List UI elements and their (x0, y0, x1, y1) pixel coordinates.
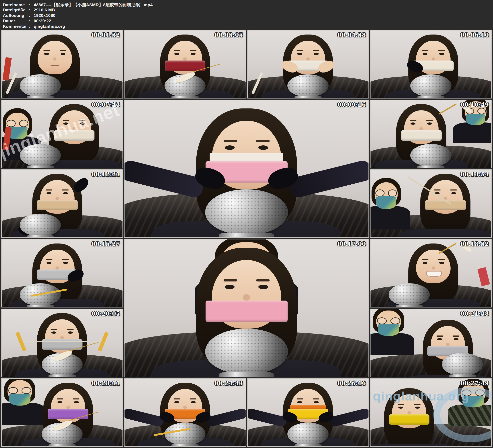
microphone (205, 329, 288, 377)
timestamp-overlay: 00:26:16 (337, 380, 366, 386)
eyebrow (450, 190, 457, 191)
microphone (410, 74, 451, 99)
microphone-ball (287, 74, 328, 97)
video-thumbnail: 00:17:00 (124, 239, 369, 377)
eyebrow (438, 259, 445, 260)
microphone (442, 353, 483, 377)
microphone-base (49, 374, 76, 377)
face-mask (376, 196, 396, 209)
video-thumbnail: 00:15:27 (1, 239, 123, 307)
glasses-lens (477, 108, 486, 114)
microphone (20, 74, 61, 99)
video-thumbnail: 00:06:10 (370, 30, 492, 99)
eyebrow (73, 398, 79, 400)
eye (74, 401, 79, 403)
video-thumbnail: 00:26:16 (247, 378, 369, 447)
eye (46, 262, 51, 264)
timestamp-overlay: 00:10:49 (460, 101, 489, 108)
nose (183, 57, 187, 60)
timestamp-overlay: 00:06:10 (460, 32, 489, 38)
metadata-separator: : (29, 2, 34, 7)
glasses-lens (391, 317, 400, 324)
metadata-separator: : (29, 19, 34, 23)
microphone-ball (442, 353, 483, 376)
microphone-base (27, 96, 54, 99)
nose (419, 127, 423, 130)
timestamp-overlay: 00:13:54 (460, 171, 489, 178)
eye (63, 192, 68, 194)
microphone (287, 423, 328, 447)
mouth-tape (37, 200, 78, 210)
nose (243, 294, 250, 300)
metadata-label: Dauer (3, 19, 29, 23)
eyebrow (67, 329, 73, 330)
eyebrow (453, 336, 459, 337)
nose (56, 197, 59, 200)
video-thumbnail: 00:03:05 (124, 30, 246, 99)
timestamp-overlay: 00:21:38 (460, 311, 489, 317)
eyebrow (46, 259, 52, 260)
eye (44, 53, 49, 55)
eye (437, 338, 442, 340)
eye (61, 53, 66, 55)
video-thumbnail: 00:10:49 (370, 100, 492, 168)
mouth-tape (401, 130, 442, 141)
timestamp-overlay: 00:07:43 (92, 101, 120, 108)
second-person (370, 178, 406, 227)
mouth-tape (205, 301, 287, 322)
thumbnail-grid: 00:01:32 (0, 30, 493, 448)
eyebrow (426, 120, 433, 121)
timestamp-overlay: 00:27:49 (460, 380, 489, 386)
face-mask (9, 393, 31, 405)
torso (370, 444, 456, 447)
file-size-value: 2910.6 MB (34, 8, 55, 12)
eye (411, 123, 415, 125)
microphone-base (417, 96, 445, 99)
eyebrow (398, 404, 404, 405)
mouth-tape (48, 409, 88, 419)
eye (423, 262, 428, 264)
metadata-label: Dateiname (3, 2, 29, 7)
eyebrow (57, 398, 63, 400)
microphone-base (27, 305, 54, 307)
video-contact-sheet: Dateiname : 48867----【默示录】【小圆ASMR】8层胶带的封… (0, 0, 493, 448)
metadata-label: Dateigröße (3, 8, 29, 12)
timestamp-overlay: 00:04:38 (337, 32, 366, 38)
glasses-lens (377, 317, 387, 324)
video-thumbnail: 00:04:38 (247, 30, 369, 99)
metadata-separator: : (29, 8, 34, 12)
microphone-base (395, 305, 423, 307)
nose (67, 406, 70, 409)
face-mask (466, 114, 485, 125)
metadata-row-aufloesung: Auflösung : 1920x1080 (3, 13, 493, 19)
eye (225, 285, 235, 289)
glasses-icon (7, 120, 28, 127)
glasses-lens (19, 120, 28, 127)
timestamp-overlay: 00:09:16 (337, 101, 366, 108)
microphone-base (219, 372, 274, 377)
eye (451, 192, 456, 194)
face-mask (378, 324, 399, 336)
comment-value: qinglanhua.org (34, 24, 65, 29)
eye (439, 262, 444, 264)
metadata-separator: : (29, 13, 34, 18)
microphone-base (171, 96, 199, 99)
microphone-ball (287, 423, 328, 445)
microphone (205, 189, 288, 238)
microphone-base (219, 233, 274, 238)
eyebrow (438, 50, 445, 51)
nose (432, 57, 435, 60)
timestamp-overlay: 00:15:27 (92, 241, 120, 247)
eyebrow (174, 50, 180, 51)
nose (446, 343, 449, 346)
eyebrow (60, 50, 66, 51)
microphone-ball (410, 74, 451, 97)
eye (258, 285, 268, 289)
eye (423, 53, 428, 55)
microphone-base (49, 444, 76, 447)
metadata-row-dateiname: Dateiname : 48867----【默示录】【小圆ASMR】8层胶带的封… (3, 2, 493, 8)
glasses-lens (375, 190, 384, 197)
eyebrow (313, 50, 319, 51)
eyebrow (224, 279, 237, 281)
video-thumbnail: 00:20:05 (1, 309, 123, 377)
